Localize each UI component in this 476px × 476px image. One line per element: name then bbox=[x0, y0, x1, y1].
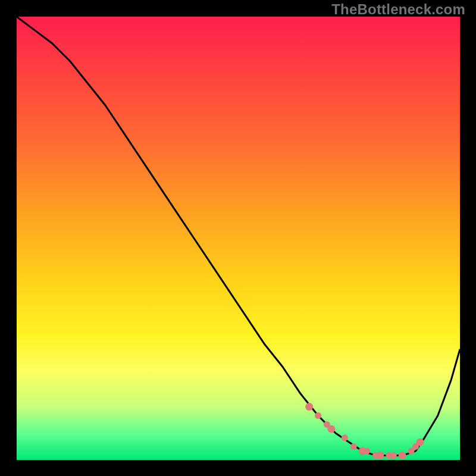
chart-stage: TheBottleneck.com bbox=[0, 0, 476, 476]
plot-area bbox=[17, 17, 460, 460]
watermark-text: TheBottleneck.com bbox=[331, 1, 465, 18]
gradient-background bbox=[17, 17, 460, 460]
